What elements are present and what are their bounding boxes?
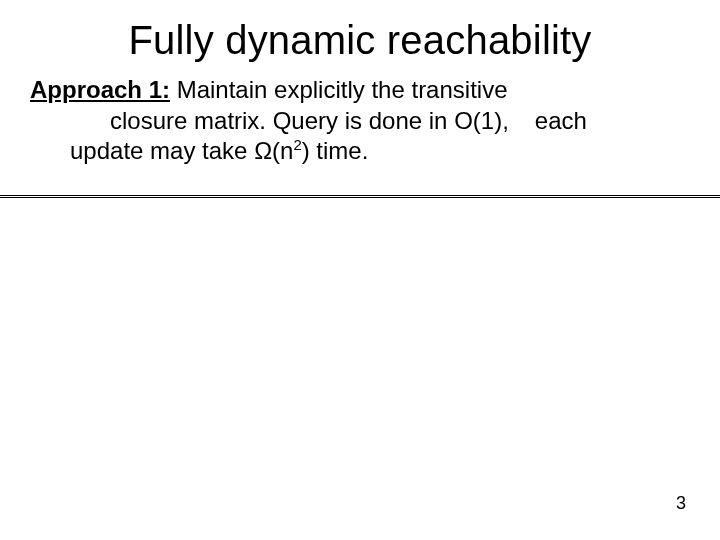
horizontal-rule-top — [0, 195, 720, 196]
slide: Fully dynamic reachability Approach 1: M… — [0, 0, 720, 540]
line3-close: ) time. — [302, 137, 369, 164]
body-line-3: update may take Ω(n2) time. — [30, 136, 692, 167]
line3-pre: update may take — [70, 137, 254, 164]
line3-open: (n — [272, 137, 293, 164]
line2-part1: closure matrix. Query is done in O(1), — [110, 107, 509, 134]
line3-exponent: 2 — [293, 137, 301, 153]
approach-label: Approach 1: — [30, 76, 170, 103]
slide-title: Fully dynamic reachability — [0, 0, 720, 75]
page-number: 3 — [676, 493, 686, 514]
body-line-2: closure matrix. Query is done in O(1),ea… — [30, 106, 692, 137]
line2-part2: each — [535, 107, 587, 134]
omega-symbol: Ω — [254, 137, 272, 164]
line1-rest: Maintain explicitly the transitive — [170, 76, 507, 103]
slide-body: Approach 1: Maintain explicitly the tran… — [0, 75, 720, 167]
body-line-1: Approach 1: Maintain explicitly the tran… — [30, 75, 692, 106]
horizontal-rule-bottom — [0, 197, 720, 198]
